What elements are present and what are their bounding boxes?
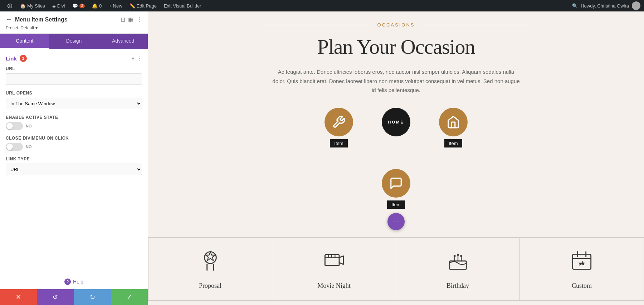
panel-header: ← Menu Item Settings ⊡ ▦ ⋮ Preset: Defau… — [0, 11, 148, 34]
redo-button[interactable]: ↻ — [74, 289, 111, 305]
close-divimenu-label: Close DiviMenu On Click — [6, 136, 142, 141]
floating-action-button[interactable]: ··· — [387, 213, 405, 230]
active-state-value: NO — [26, 124, 32, 128]
admin-bar: ⊕ 🏠 My Sites ◈ Divi 💬 3 🔔 0 + New ✏️ Edi… — [0, 0, 644, 11]
save-button[interactable]: ✓ — [111, 289, 148, 305]
tab-design[interactable]: Design — [49, 34, 99, 49]
svg-point-0 — [336, 119, 338, 121]
edit-page-label: Edit Page — [137, 3, 157, 9]
url-opens-field-group: URL Opens In The Same Window In A New Ta… — [6, 91, 142, 109]
layout-icon[interactable]: ▦ — [128, 16, 133, 23]
description-text: Ac feugiat ante. Donec ultricies loborti… — [271, 67, 521, 95]
section-actions: ▾ ⋮ — [132, 55, 142, 61]
tab-content[interactable]: Content — [0, 34, 49, 49]
tab-advanced[interactable]: Advanced — [98, 34, 148, 49]
icon-label-wrench: Item — [330, 139, 347, 147]
icon-item-chat: Item — [382, 169, 410, 209]
svg-marker-19 — [579, 261, 585, 266]
link-type-field-group: Link Type URL Phone Email — [6, 156, 142, 175]
section-more-icon[interactable]: ⋮ — [137, 55, 142, 61]
comments-count: 3 — [79, 4, 85, 8]
active-state-toggle[interactable] — [6, 122, 23, 130]
new-item[interactable]: + New — [106, 0, 125, 11]
panel-title-row: ← Menu Item Settings ⊡ ▦ ⋮ — [6, 16, 142, 23]
howdy-label: Howdy, Christina Gwira — [581, 3, 629, 9]
help-label: Help — [73, 279, 83, 285]
close-divimenu-field-group: Close DiviMenu On Click NO — [6, 136, 142, 151]
url-field-group: URL — [6, 66, 142, 85]
link-type-select[interactable]: URL Phone Email — [6, 164, 142, 175]
new-label: + New — [109, 3, 122, 9]
svg-rect-15 — [572, 254, 591, 269]
search-icon[interactable]: 🔍 — [572, 3, 578, 9]
icon-circle-wrench — [325, 108, 353, 136]
close-divimenu-knob — [6, 144, 13, 150]
edit-page-item[interactable]: ✏️ Edit Page — [127, 0, 160, 11]
cancel-button[interactable]: ✕ — [0, 289, 37, 305]
wp-logo-item[interactable]: ⊕ — [4, 0, 16, 11]
close-divimenu-toggle[interactable] — [6, 143, 23, 151]
icon-item-home: Item — [439, 108, 468, 147]
exit-builder-label: Exit Visual Builder — [164, 3, 201, 9]
notifications-item[interactable]: 🔔 0 — [89, 0, 104, 11]
icons-row-1: Item HOME Item — [162, 108, 630, 147]
undo-button[interactable]: ↺ — [37, 289, 74, 305]
collapse-icon[interactable]: ▾ — [132, 55, 134, 61]
occasions-line-right — [422, 25, 530, 25]
url-opens-select[interactable]: In The Same Window In A New Tab — [6, 98, 142, 109]
exit-builder-item[interactable]: Exit Visual Builder — [161, 0, 204, 11]
wp-icon: ⊕ — [6, 3, 13, 9]
resize-icon[interactable]: ⊡ — [121, 16, 125, 23]
active-state-label: Enable Active State — [6, 115, 142, 120]
dots-icon: ··· — [393, 217, 399, 226]
link-type-label: Link Type — [6, 156, 142, 161]
redo-icon: ↻ — [90, 293, 95, 301]
panel-title: ← Menu Item Settings — [6, 16, 68, 23]
icon-item-home-black: HOME — [382, 108, 410, 147]
grid-item-proposal: Proposal — [148, 238, 272, 300]
movie-icon — [322, 248, 347, 276]
svg-point-14 — [460, 255, 462, 257]
cancel-icon: ✕ — [16, 293, 21, 301]
svg-point-1 — [204, 252, 216, 263]
icon-item-wrench: Item — [325, 108, 353, 147]
left-panel: ← Menu Item Settings ⊡ ▦ ⋮ Preset: Defau… — [0, 11, 148, 305]
icons-grid: Item HOME Item — [162, 108, 630, 209]
preset-label[interactable]: Preset: Default ▾ — [6, 25, 38, 30]
right-content: OCCASIONS Plan Your Occasion Ac feugiat … — [148, 11, 644, 305]
icon-label-chat: Item — [387, 200, 405, 209]
icon-label-home: Item — [444, 139, 462, 147]
panel-footer[interactable]: ? Help — [0, 274, 148, 289]
proposal-icon — [198, 248, 223, 276]
save-icon: ✓ — [127, 293, 132, 301]
panel-header-icons: ⊡ ▦ ⋮ — [121, 16, 142, 23]
occasions-line-left — [263, 25, 370, 25]
admin-bar-right: 🔍 Howdy, Christina Gwira — [572, 1, 640, 10]
icon-circle-home-black: HOME — [382, 108, 410, 136]
custom-label: Custom — [572, 282, 592, 290]
close-divimenu-toggle-row: NO — [6, 143, 142, 151]
active-state-toggle-row: NO — [6, 122, 142, 130]
icon-circle-chat — [382, 169, 410, 198]
panel-content: Link 1 ▾ ⋮ URL URL Opens In The Same Win… — [0, 49, 148, 274]
close-divimenu-value: NO — [26, 145, 32, 149]
main-layout: ← Menu Item Settings ⊡ ▦ ⋮ Preset: Defau… — [0, 11, 644, 305]
my-sites-item[interactable]: 🏠 My Sites — [17, 0, 48, 11]
url-input[interactable] — [6, 73, 142, 85]
comments-icon: 💬 — [72, 3, 78, 9]
divi-item[interactable]: ◈ Divi — [49, 0, 68, 11]
home-icon: 🏠 — [20, 3, 26, 9]
grid-item-birthday: Birthday — [396, 238, 520, 300]
preset-row: Preset: Default ▾ — [6, 25, 142, 30]
occasions-header: OCCASIONS — [162, 22, 630, 28]
section-title: Link 1 — [6, 55, 27, 62]
page-content: OCCASIONS Plan Your Occasion Ac feugiat … — [148, 11, 644, 305]
bottom-grid: Proposal Movie Night — [148, 237, 644, 301]
link-section-header: Link 1 ▾ ⋮ — [6, 55, 142, 62]
back-button[interactable]: ← — [6, 16, 12, 23]
comments-item[interactable]: 💬 3 — [69, 0, 88, 11]
section-title-text: Link — [6, 55, 17, 62]
proposal-label: Proposal — [199, 282, 221, 290]
undo-icon: ↺ — [53, 293, 58, 301]
more-options-icon[interactable]: ⋮ — [136, 16, 142, 23]
